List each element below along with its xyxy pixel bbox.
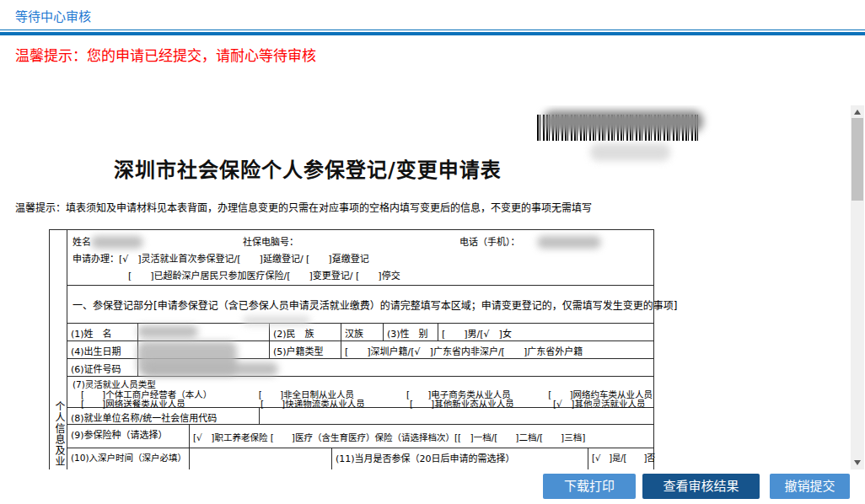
form-row-6: (9)参保险种（请选择） [√ ]职工养老保险 [ ]医疗（含生育医疗）保险（请… bbox=[67, 425, 654, 448]
field8-employer-label: (8)就业单位名称/统一社会信用代码 bbox=[67, 408, 260, 424]
field5-household-value: [ ]深圳户籍/[√ ]广东省内非深户/[ ]广东省外户籍 bbox=[341, 341, 654, 358]
view-review-result-button[interactable]: 查看审核结果 bbox=[642, 474, 760, 499]
barcode-redaction bbox=[543, 110, 703, 132]
scrollbar-thumb[interactable] bbox=[852, 118, 863, 201]
cancel-submission-button[interactable]: 撤销提交 bbox=[770, 474, 850, 499]
field2-ethnic-label: (2)民 族 bbox=[270, 324, 341, 340]
redaction-name-head bbox=[91, 236, 143, 249]
field11-current-month-label: (11)当月是否参保（20日后申请的需选择） bbox=[332, 448, 588, 469]
form-row-7: (10)入深户时间（深户必填） (11)当月是否参保（20日后申请的需选择） [… bbox=[67, 448, 654, 469]
redaction-name-field bbox=[137, 325, 198, 338]
form-note: 温馨提示：填表须知及申请材料见本表背面，办理信息变更的只需在对应事项的空格内填写… bbox=[15, 200, 592, 214]
barcode bbox=[537, 115, 701, 141]
phone-label: 电话（手机）： bbox=[459, 234, 520, 248]
field1-name-label: (1)姓 名 bbox=[67, 324, 138, 340]
header-divider-thin bbox=[0, 29, 865, 30]
name-label: 姓名 bbox=[73, 234, 91, 248]
redaction-phone bbox=[537, 236, 601, 249]
apply-type-line2: [ ]已超龄深户居民只参加医疗保险/[ ]变更登记/ [ ]停交 bbox=[128, 268, 400, 281]
field9-insurance-label: (9)参保险种（请选择） bbox=[67, 425, 190, 448]
field11-current-month-value: [√ ]是/[ ]否 bbox=[588, 448, 654, 469]
field10-shenzhen-date-value bbox=[190, 448, 332, 469]
redaction-idnumber bbox=[143, 362, 278, 376]
section1-header: 一、参保登记部分[申请参保登记（含已参保人员申请灵活就业缴费）的请完整填写本区域… bbox=[67, 286, 654, 324]
redaction-blob bbox=[590, 143, 670, 161]
form-row-5: (8)就业单位名称/统一社会信用代码 bbox=[67, 408, 654, 425]
field8-employer-value bbox=[260, 408, 654, 424]
field9-insurance-value: [√ ]职工养老保险 [ ]医疗（含生育医疗）保险（请选择档次）[[ ]一档/[… bbox=[190, 425, 654, 448]
scroll-up-arrow-icon[interactable] bbox=[854, 110, 861, 115]
apply-type-line1: 申请办理：[√ ]灵活就业首次参保登记/[ ]延缴登记/ [ ]趸缴登记 bbox=[73, 251, 369, 265]
document-viewer[interactable]: 深圳市社会保险个人参保登记/变更申请表 温馨提示：填表须知及申请材料见本表背面，… bbox=[0, 105, 850, 469]
field3-gender-label: (3)性 别 bbox=[384, 324, 438, 340]
page-title: 等待中心审核 bbox=[15, 7, 91, 24]
field5-household-label: (5)户籍类型 bbox=[270, 341, 341, 358]
form-row-4: (7)灵活就业人员类型 [ ]个体工商户经营者（本人） [ ]非全日制从业人员 … bbox=[67, 377, 654, 408]
submission-notice: 温馨提示：您的申请已经提交，请耐心等待审核 bbox=[15, 44, 316, 65]
header-divider-thick bbox=[0, 32, 865, 35]
download-print-button[interactable]: 下载打印 bbox=[543, 474, 636, 499]
field2-ethnic-value: 汉族 bbox=[341, 324, 384, 340]
field6-idnumber-label: (6)证件号码 bbox=[67, 359, 138, 376]
redaction-section bbox=[243, 316, 310, 325]
scroll-down-arrow-icon[interactable] bbox=[854, 460, 861, 465]
table-side-label: 个人信息及业 bbox=[52, 401, 67, 467]
ss-computer-no-label: 社保电脑号： bbox=[243, 234, 298, 248]
form-title: 深圳市社会保险个人参保登记/变更申请表 bbox=[110, 153, 506, 183]
field4-birthdate-label: (4)出生日期 bbox=[67, 341, 138, 358]
vertical-scrollbar[interactable] bbox=[851, 105, 864, 469]
field3-gender-value: [ ]男/[√ ]女 bbox=[438, 324, 654, 340]
field10-shenzhen-date-label: (10)入深户时间（深户必填） bbox=[67, 448, 190, 469]
